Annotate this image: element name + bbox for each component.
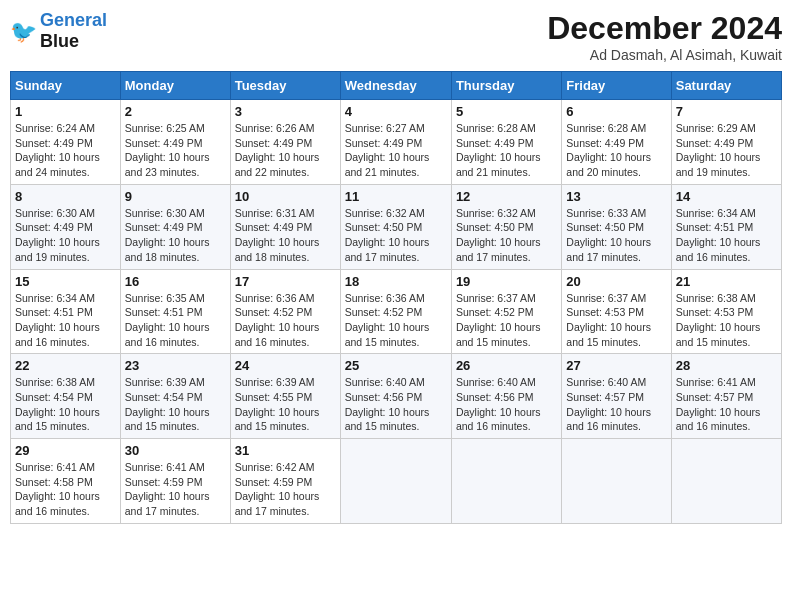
- day-number: 9: [125, 189, 226, 204]
- day-info: Sunrise: 6:30 AM Sunset: 4:49 PM Dayligh…: [15, 206, 116, 265]
- day-number: 26: [456, 358, 557, 373]
- day-info: Sunrise: 6:33 AM Sunset: 4:50 PM Dayligh…: [566, 206, 666, 265]
- day-info: Sunrise: 6:39 AM Sunset: 4:54 PM Dayligh…: [125, 375, 226, 434]
- calendar-day-cell: 25Sunrise: 6:40 AM Sunset: 4:56 PM Dayli…: [340, 354, 451, 439]
- calendar-day-cell: 8Sunrise: 6:30 AM Sunset: 4:49 PM Daylig…: [11, 184, 121, 269]
- day-info: Sunrise: 6:28 AM Sunset: 4:49 PM Dayligh…: [566, 121, 666, 180]
- day-number: 7: [676, 104, 777, 119]
- day-info: Sunrise: 6:32 AM Sunset: 4:50 PM Dayligh…: [345, 206, 447, 265]
- day-number: 23: [125, 358, 226, 373]
- calendar-day-cell: 29Sunrise: 6:41 AM Sunset: 4:58 PM Dayli…: [11, 439, 121, 524]
- calendar-day-cell: 21Sunrise: 6:38 AM Sunset: 4:53 PM Dayli…: [671, 269, 781, 354]
- day-number: 17: [235, 274, 336, 289]
- day-number: 14: [676, 189, 777, 204]
- calendar-day-cell: 24Sunrise: 6:39 AM Sunset: 4:55 PM Dayli…: [230, 354, 340, 439]
- calendar-day-cell: 26Sunrise: 6:40 AM Sunset: 4:56 PM Dayli…: [451, 354, 561, 439]
- calendar-day-cell: 3Sunrise: 6:26 AM Sunset: 4:49 PM Daylig…: [230, 100, 340, 185]
- calendar-empty-cell: [562, 439, 671, 524]
- day-info: Sunrise: 6:36 AM Sunset: 4:52 PM Dayligh…: [235, 291, 336, 350]
- calendar-day-cell: 13Sunrise: 6:33 AM Sunset: 4:50 PM Dayli…: [562, 184, 671, 269]
- title-block: December 2024 Ad Dasmah, Al Asimah, Kuwa…: [547, 10, 782, 63]
- calendar-empty-cell: [340, 439, 451, 524]
- day-number: 22: [15, 358, 116, 373]
- day-info: Sunrise: 6:25 AM Sunset: 4:49 PM Dayligh…: [125, 121, 226, 180]
- day-number: 12: [456, 189, 557, 204]
- day-info: Sunrise: 6:35 AM Sunset: 4:51 PM Dayligh…: [125, 291, 226, 350]
- day-number: 18: [345, 274, 447, 289]
- day-number: 16: [125, 274, 226, 289]
- calendar-day-cell: 15Sunrise: 6:34 AM Sunset: 4:51 PM Dayli…: [11, 269, 121, 354]
- weekday-header-sunday: Sunday: [11, 72, 121, 100]
- day-info: Sunrise: 6:34 AM Sunset: 4:51 PM Dayligh…: [15, 291, 116, 350]
- calendar-day-cell: 5Sunrise: 6:28 AM Sunset: 4:49 PM Daylig…: [451, 100, 561, 185]
- calendar-day-cell: 12Sunrise: 6:32 AM Sunset: 4:50 PM Dayli…: [451, 184, 561, 269]
- day-number: 1: [15, 104, 116, 119]
- logo-text: GeneralBlue: [40, 10, 107, 52]
- day-number: 27: [566, 358, 666, 373]
- calendar-day-cell: 19Sunrise: 6:37 AM Sunset: 4:52 PM Dayli…: [451, 269, 561, 354]
- weekday-header-saturday: Saturday: [671, 72, 781, 100]
- day-number: 20: [566, 274, 666, 289]
- location: Ad Dasmah, Al Asimah, Kuwait: [547, 47, 782, 63]
- day-number: 13: [566, 189, 666, 204]
- calendar-day-cell: 17Sunrise: 6:36 AM Sunset: 4:52 PM Dayli…: [230, 269, 340, 354]
- day-number: 24: [235, 358, 336, 373]
- day-number: 15: [15, 274, 116, 289]
- calendar-empty-cell: [451, 439, 561, 524]
- day-info: Sunrise: 6:29 AM Sunset: 4:49 PM Dayligh…: [676, 121, 777, 180]
- day-info: Sunrise: 6:31 AM Sunset: 4:49 PM Dayligh…: [235, 206, 336, 265]
- calendar-week-row: 8Sunrise: 6:30 AM Sunset: 4:49 PM Daylig…: [11, 184, 782, 269]
- calendar-week-row: 22Sunrise: 6:38 AM Sunset: 4:54 PM Dayli…: [11, 354, 782, 439]
- calendar-week-row: 29Sunrise: 6:41 AM Sunset: 4:58 PM Dayli…: [11, 439, 782, 524]
- calendar-table: SundayMondayTuesdayWednesdayThursdayFrid…: [10, 71, 782, 524]
- calendar-day-cell: 23Sunrise: 6:39 AM Sunset: 4:54 PM Dayli…: [120, 354, 230, 439]
- day-info: Sunrise: 6:37 AM Sunset: 4:52 PM Dayligh…: [456, 291, 557, 350]
- calendar-day-cell: 7Sunrise: 6:29 AM Sunset: 4:49 PM Daylig…: [671, 100, 781, 185]
- calendar-day-cell: 10Sunrise: 6:31 AM Sunset: 4:49 PM Dayli…: [230, 184, 340, 269]
- day-number: 10: [235, 189, 336, 204]
- day-number: 25: [345, 358, 447, 373]
- day-info: Sunrise: 6:40 AM Sunset: 4:56 PM Dayligh…: [345, 375, 447, 434]
- day-number: 2: [125, 104, 226, 119]
- day-number: 29: [15, 443, 116, 458]
- calendar-day-cell: 18Sunrise: 6:36 AM Sunset: 4:52 PM Dayli…: [340, 269, 451, 354]
- day-info: Sunrise: 6:30 AM Sunset: 4:49 PM Dayligh…: [125, 206, 226, 265]
- day-number: 3: [235, 104, 336, 119]
- day-info: Sunrise: 6:32 AM Sunset: 4:50 PM Dayligh…: [456, 206, 557, 265]
- logo: 🐦 GeneralBlue: [10, 10, 107, 52]
- day-info: Sunrise: 6:37 AM Sunset: 4:53 PM Dayligh…: [566, 291, 666, 350]
- calendar-day-cell: 16Sunrise: 6:35 AM Sunset: 4:51 PM Dayli…: [120, 269, 230, 354]
- day-info: Sunrise: 6:28 AM Sunset: 4:49 PM Dayligh…: [456, 121, 557, 180]
- day-info: Sunrise: 6:42 AM Sunset: 4:59 PM Dayligh…: [235, 460, 336, 519]
- day-number: 4: [345, 104, 447, 119]
- page-header: 🐦 GeneralBlue December 2024 Ad Dasmah, A…: [10, 10, 782, 63]
- calendar-week-row: 15Sunrise: 6:34 AM Sunset: 4:51 PM Dayli…: [11, 269, 782, 354]
- weekday-header-wednesday: Wednesday: [340, 72, 451, 100]
- day-number: 5: [456, 104, 557, 119]
- svg-text:🐦: 🐦: [10, 18, 38, 45]
- calendar-empty-cell: [671, 439, 781, 524]
- day-number: 30: [125, 443, 226, 458]
- calendar-day-cell: 9Sunrise: 6:30 AM Sunset: 4:49 PM Daylig…: [120, 184, 230, 269]
- weekday-header-monday: Monday: [120, 72, 230, 100]
- day-number: 31: [235, 443, 336, 458]
- calendar-day-cell: 28Sunrise: 6:41 AM Sunset: 4:57 PM Dayli…: [671, 354, 781, 439]
- weekday-header-thursday: Thursday: [451, 72, 561, 100]
- day-info: Sunrise: 6:27 AM Sunset: 4:49 PM Dayligh…: [345, 121, 447, 180]
- day-number: 6: [566, 104, 666, 119]
- day-number: 28: [676, 358, 777, 373]
- calendar-day-cell: 31Sunrise: 6:42 AM Sunset: 4:59 PM Dayli…: [230, 439, 340, 524]
- calendar-day-cell: 27Sunrise: 6:40 AM Sunset: 4:57 PM Dayli…: [562, 354, 671, 439]
- weekday-header-friday: Friday: [562, 72, 671, 100]
- day-info: Sunrise: 6:40 AM Sunset: 4:57 PM Dayligh…: [566, 375, 666, 434]
- calendar-day-cell: 14Sunrise: 6:34 AM Sunset: 4:51 PM Dayli…: [671, 184, 781, 269]
- calendar-day-cell: 1Sunrise: 6:24 AM Sunset: 4:49 PM Daylig…: [11, 100, 121, 185]
- day-info: Sunrise: 6:41 AM Sunset: 4:57 PM Dayligh…: [676, 375, 777, 434]
- day-info: Sunrise: 6:41 AM Sunset: 4:59 PM Dayligh…: [125, 460, 226, 519]
- day-info: Sunrise: 6:24 AM Sunset: 4:49 PM Dayligh…: [15, 121, 116, 180]
- day-info: Sunrise: 6:26 AM Sunset: 4:49 PM Dayligh…: [235, 121, 336, 180]
- day-info: Sunrise: 6:41 AM Sunset: 4:58 PM Dayligh…: [15, 460, 116, 519]
- calendar-day-cell: 30Sunrise: 6:41 AM Sunset: 4:59 PM Dayli…: [120, 439, 230, 524]
- weekday-header-row: SundayMondayTuesdayWednesdayThursdayFrid…: [11, 72, 782, 100]
- calendar-day-cell: 11Sunrise: 6:32 AM Sunset: 4:50 PM Dayli…: [340, 184, 451, 269]
